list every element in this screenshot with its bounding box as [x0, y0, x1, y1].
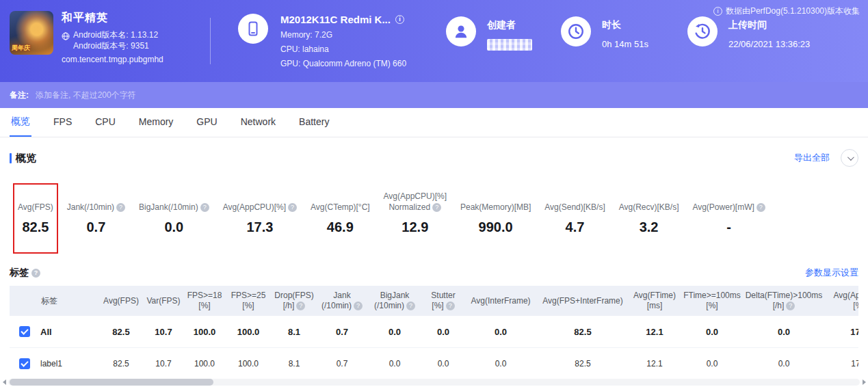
device-summary: M2012K11C Redmi K... i Memory: 7.2G CPU:…	[238, 14, 406, 68]
collapse-button[interactable]	[841, 149, 858, 167]
col-bigjank: BigJank(/10min)?	[367, 286, 423, 316]
table-row: All 82.5 10.7 100.0 100.0 8.1 0.7 0.0 0.…	[10, 316, 858, 348]
info-icon[interactable]: ?	[116, 203, 125, 212]
row-checkbox[interactable]	[19, 326, 30, 337]
col-jank: Jank(/10min)?	[317, 286, 367, 316]
labels-section-title: 标签 ?	[10, 267, 40, 279]
export-all-link[interactable]: 导出全部	[794, 152, 830, 164]
col-drop-fps: Drop(FPS)[/h]?	[271, 286, 317, 316]
scroll-left-button[interactable]	[0, 378, 8, 386]
col-fps-ge-25: FPS>=25[%]	[226, 286, 271, 316]
collector-note: i 数据由PerfDog(5.1.210300)版本收集	[713, 5, 860, 17]
labels-table: 标签 Avg(FPS) Var(FPS) FPS>=18[%] FPS>=25[…	[10, 286, 858, 380]
perfdog-report-page: 周年庆 和平精英 Android版本名: 1.13.12 Android版本号:	[0, 0, 868, 389]
tab-cpu[interactable]: CPU	[94, 108, 117, 137]
info-icon[interactable]: ?	[296, 301, 305, 310]
creator-label: 创建者	[487, 19, 532, 31]
scrollbar-track[interactable]	[8, 379, 860, 386]
upload-time-label: 上传时间	[728, 19, 810, 31]
upload-time-value: 22/06/2021 13:36:23	[728, 39, 810, 49]
info-icon[interactable]: ?	[200, 203, 209, 212]
tab-bar: 概览 FPS CPU Memory GPU Network Battery	[0, 108, 868, 137]
info-icon[interactable]: ?	[446, 301, 455, 310]
header-divider	[210, 18, 211, 64]
device-info-icon[interactable]: i	[395, 15, 404, 24]
labels-table-wrap: 标签 Avg(FPS) Var(FPS) FPS>=18[%] FPS>=25[…	[10, 286, 858, 380]
info-icon[interactable]: ?	[757, 203, 765, 212]
device-memory: Memory: 7.2G	[280, 30, 406, 40]
remark-label: 备注:	[10, 90, 29, 101]
scrollbar-thumb[interactable]	[10, 379, 213, 386]
device-gpu: GPU: Qualcomm Adreno (TM) 660	[280, 59, 406, 68]
stat-avg-send: Avg(Send)[KB/s] 4.7	[544, 191, 605, 235]
device-cpu: CPU: lahaina	[280, 44, 406, 54]
row-checkbox[interactable]	[19, 358, 30, 369]
horizontal-scrollbar	[0, 378, 868, 386]
info-icon[interactable]: ?	[432, 203, 441, 212]
globe-icon	[62, 31, 70, 51]
info-icon[interactable]: ?	[786, 301, 795, 310]
info-icon[interactable]: ?	[288, 203, 297, 212]
tab-gpu[interactable]: GPU	[195, 108, 218, 137]
stat-bigjank: BigJank(/10min)? 0.0	[139, 191, 209, 235]
tab-overview[interactable]: 概览	[10, 108, 31, 137]
tab-network[interactable]: Network	[239, 108, 277, 137]
creator-summary: 创建者	[446, 16, 532, 51]
remark-placeholder: 添加备注, 不超过200个字符	[36, 90, 136, 101]
user-icon	[446, 16, 476, 46]
main-content: 概览 导出全部 Avg(FPS) 82.5 Jank(/10min)? 0.7 …	[0, 137, 868, 389]
creator-name-masked	[487, 39, 532, 51]
tab-memory[interactable]: Memory	[137, 108, 175, 137]
upload-time-summary: 上传时间 22/06/2021 13:36:23	[687, 16, 810, 49]
col-avg-interframe: Avg(InterFrame)	[464, 286, 538, 316]
row-label: All	[40, 327, 52, 337]
overview-stats: Avg(FPS) 82.5 Jank(/10min)? 0.7 BigJank(…	[18, 191, 765, 235]
duration-summary: 时长 0h 14m 51s	[561, 16, 648, 49]
duration-value: 0h 14m 51s	[602, 39, 648, 49]
table-header-row: 标签 Avg(FPS) Var(FPS) FPS>=18[%] FPS>=25[…	[10, 286, 858, 316]
overview-title: 概览	[16, 152, 36, 165]
col-delta-ftime: Delta(FTime)>100ms[/h]?	[743, 286, 825, 316]
left-arrow-icon	[3, 379, 6, 385]
tab-battery[interactable]: Battery	[298, 108, 330, 137]
stat-avg-fps: Avg(FPS) 82.5	[18, 191, 53, 235]
col-var-fps: Var(FPS)	[144, 286, 183, 316]
col-avg-fps-interframe: Avg(FPS+InterFrame)	[538, 286, 628, 316]
info-icon[interactable]: ?	[354, 301, 363, 310]
chevron-down-icon	[847, 154, 854, 161]
app-icon: 周年庆	[10, 11, 53, 55]
col-avg-ftime: Avg(FTime)[ms]	[628, 286, 681, 316]
collector-note-text: 数据由PerfDog(5.1.210300)版本收集	[726, 5, 860, 17]
col-fps-ge-18: FPS>=18[%]	[183, 286, 226, 316]
col-label: 标签	[10, 286, 98, 316]
stat-jank: Jank(/10min)? 0.7	[67, 191, 125, 235]
remark-input[interactable]: 备注: 添加备注, 不超过200个字符	[0, 82, 868, 108]
scroll-right-button[interactable]	[860, 378, 868, 386]
report-header: 周年庆 和平精英 Android版本名: 1.13.12 Android版本号:	[0, 0, 868, 82]
history-clock-icon	[687, 16, 718, 46]
col-avg-fps: Avg(FPS)	[98, 286, 144, 316]
phone-icon	[238, 14, 268, 44]
app-package: com.tencent.tmgp.pubgmhd	[62, 55, 163, 64]
info-icon[interactable]: ?	[406, 301, 415, 310]
stat-avg-recv: Avg(Recv)[KB/s] 3.2	[619, 191, 679, 235]
app-version-name: Android版本名: 1.13.12	[73, 29, 158, 40]
stat-peak-memory: Peak(Memory)[MB] 990.0	[460, 191, 531, 235]
tab-fps[interactable]: FPS	[52, 108, 73, 137]
stat-avg-power: Avg(Power)[mW]? -	[692, 191, 765, 235]
info-icon[interactable]: ?	[31, 269, 40, 278]
section-title: 概览	[10, 152, 36, 165]
col-avg-appcpu: Avg(AppCPU)[%]	[825, 286, 858, 316]
stat-avg-ctemp: Avg(CTemp)[°C] 46.9	[311, 191, 370, 235]
app-version-code: Android版本号: 9351	[73, 40, 158, 51]
param-display-settings-link[interactable]: 参数显示设置	[805, 267, 858, 279]
app-info: 和平精英 Android版本名: 1.13.12 Android版本号: 935…	[62, 11, 163, 64]
clock-icon	[561, 16, 591, 46]
col-ftime-ge-100ms: FTime>=100ms[%]	[681, 286, 743, 316]
right-arrow-icon	[863, 379, 866, 385]
duration-label: 时长	[602, 19, 648, 31]
table-row: label1 82.5 10.7 100.0 100.0 8.1 0.7 0.0…	[10, 348, 858, 380]
device-model: M2012K11C Redmi K...	[280, 14, 391, 25]
col-stutter: Stutter[%]?	[423, 286, 464, 316]
info-icon: i	[713, 7, 722, 16]
